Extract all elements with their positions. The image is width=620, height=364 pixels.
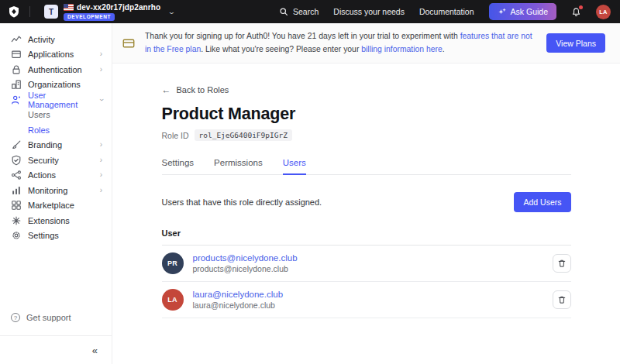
sidebar-item-users[interactable]: Users xyxy=(0,108,112,123)
role-id-label: Role ID xyxy=(162,131,189,140)
sidebar-item-label: Authentication xyxy=(28,65,82,74)
view-plans-button[interactable]: View Plans xyxy=(546,33,605,53)
sidebar-item-security[interactable]: Security › xyxy=(0,153,112,168)
sidebar-item-authentication[interactable]: Authentication › xyxy=(0,62,112,77)
tab-users[interactable]: Users xyxy=(283,158,306,175)
notification-dot xyxy=(579,5,583,9)
sidebar-item-label: Actions xyxy=(28,170,56,180)
authentication-icon xyxy=(11,64,22,75)
tab-permissions[interactable]: Permissions xyxy=(214,158,263,175)
banner-text-1: Thank you for signing up for Auth0! You … xyxy=(145,32,460,40)
tenant-name: dev-xx20r17jdp2anrho xyxy=(77,3,160,12)
us-flag-icon xyxy=(64,4,74,11)
sidebar-footer: « xyxy=(0,335,112,364)
environment-badge: DEVELOPMENT xyxy=(64,13,115,21)
topbar: T dev-xx20r17jdp2anrho DEVELOPMENT ⌄ Sea… xyxy=(0,0,620,23)
sidebar-item-roles[interactable]: Roles xyxy=(0,122,112,138)
app-root: T dev-xx20r17jdp2anrho DEVELOPMENT ⌄ Sea… xyxy=(0,0,620,364)
sidebar-item-settings[interactable]: Settings xyxy=(0,228,112,244)
ask-guide-button[interactable]: Ask Guide xyxy=(489,3,556,20)
topbar-right: Search Discuss your needs Documentation … xyxy=(279,3,611,20)
sidebar-item-label: User Management xyxy=(28,91,94,109)
sidebar-item-marketplace[interactable]: Marketplace xyxy=(0,198,112,214)
role-tabs: Settings Permissions Users xyxy=(162,158,571,175)
topbar-divider xyxy=(29,6,30,17)
role-id-row: Role ID rol_EjeG6400iF9pIGrZ xyxy=(162,129,571,141)
role-id-value: rol_EjeG6400iF9pIGrZ xyxy=(195,129,292,141)
marketplace-icon xyxy=(11,200,22,211)
search-icon xyxy=(279,7,288,16)
sidebar-item-activity[interactable]: Activity xyxy=(0,32,112,47)
banner-text-2: . Like what you're seeing? Please enter … xyxy=(201,45,361,53)
applications-icon xyxy=(11,49,22,60)
tab-settings[interactable]: Settings xyxy=(162,158,195,175)
chevron-down-icon: › xyxy=(97,98,105,101)
security-icon xyxy=(11,155,22,166)
sidebar-item-applications[interactable]: Applications › xyxy=(0,47,112,63)
add-users-button[interactable]: Add Users xyxy=(514,192,570,212)
chevron-right-icon: › xyxy=(100,141,102,149)
tenant-avatar: T xyxy=(44,5,58,19)
remove-user-button[interactable] xyxy=(553,290,571,309)
billing-information-link[interactable]: billing information here xyxy=(361,45,443,53)
get-support-label: Get support xyxy=(26,313,71,322)
user-email-link[interactable]: laura@nicelydone.club xyxy=(193,290,284,299)
notifications-button[interactable] xyxy=(571,7,581,17)
extensions-icon xyxy=(11,215,22,226)
table-header-user: User xyxy=(162,224,571,246)
user-email-sub: products@nicelydone.club xyxy=(193,264,298,273)
get-support-link[interactable]: ? Get support xyxy=(0,310,112,325)
users-description: Users that have this role directly assig… xyxy=(162,197,322,207)
organizations-icon xyxy=(11,79,22,90)
chevron-right-icon: › xyxy=(100,156,102,164)
monitoring-icon xyxy=(11,185,22,196)
user-management-icon xyxy=(11,94,22,105)
trial-banner: Thank you for signing up for Auth0! You … xyxy=(112,23,620,64)
table-row: PR products@nicelydone.club products@nic… xyxy=(162,246,571,282)
tenant-switcher[interactable]: T dev-xx20r17jdp2anrho DEVELOPMENT ⌄ xyxy=(44,3,174,21)
sidebar-item-label: Monitoring xyxy=(28,186,67,195)
auth0-shield-icon[interactable] xyxy=(8,5,20,18)
sidebar: Activity Applications › Authentication ›… xyxy=(0,23,112,364)
sidebar-item-branding[interactable]: Branding › xyxy=(0,138,112,153)
sidebar-item-monitoring[interactable]: Monitoring › xyxy=(0,183,112,198)
sparkle-plus-icon xyxy=(498,8,506,16)
sidebar-item-label: Marketplace xyxy=(28,201,74,210)
user-avatar[interactable]: LA xyxy=(596,5,611,19)
documentation-link[interactable]: Documentation xyxy=(419,7,474,16)
trial-banner-text: Thank you for signing up for Auth0! You … xyxy=(145,30,537,55)
body-row: Activity Applications › Authentication ›… xyxy=(0,23,620,364)
remove-user-button[interactable] xyxy=(553,254,571,273)
search-label: Search xyxy=(293,7,319,16)
chevron-right-icon: › xyxy=(100,66,102,74)
page-title: Product Manager xyxy=(162,105,571,124)
collapse-sidebar-icon[interactable]: « xyxy=(92,345,98,355)
search-button[interactable]: Search xyxy=(279,7,319,16)
user-info: laura@nicelydone.club laura@nicelydone.c… xyxy=(193,290,284,310)
chevron-right-icon: › xyxy=(100,171,102,179)
sidebar-item-label: Applications xyxy=(28,50,74,59)
user-email-sub: laura@nicelydone.club xyxy=(193,300,284,310)
sidebar-item-actions[interactable]: Actions › xyxy=(0,168,112,184)
ask-guide-label: Ask Guide xyxy=(511,7,548,16)
user-email-link[interactable]: products@nicelydone.club xyxy=(193,253,298,263)
topbar-left: T dev-xx20r17jdp2anrho DEVELOPMENT ⌄ xyxy=(8,3,174,21)
tenant-info: dev-xx20r17jdp2anrho DEVELOPMENT xyxy=(64,3,160,21)
sidebar-item-extensions[interactable]: Extensions xyxy=(0,213,112,228)
sidebar-item-label: Organizations xyxy=(28,80,81,89)
back-to-roles-link[interactable]: ← Back to Roles xyxy=(162,85,229,94)
sidebar-item-label: Settings xyxy=(28,231,59,240)
actions-icon xyxy=(11,170,22,180)
sidebar-item-label: Branding xyxy=(28,140,62,149)
settings-icon xyxy=(11,230,22,241)
trash-icon xyxy=(557,259,567,268)
sidebar-item-user-management[interactable]: User Management › xyxy=(0,92,112,108)
chevron-down-icon: ⌄ xyxy=(167,9,176,15)
sidebar-nav: Activity Applications › Authentication ›… xyxy=(0,32,112,243)
discuss-needs-link[interactable]: Discuss your needs xyxy=(333,7,405,16)
banner-text-3: . xyxy=(443,45,445,53)
user-info: products@nicelydone.club products@nicely… xyxy=(193,253,298,273)
table-row: LA laura@nicelydone.club laura@nicelydon… xyxy=(162,282,571,318)
users-table: User PR products@nicelydone.club product… xyxy=(162,224,571,318)
sidebar-item-label: Activity xyxy=(28,35,55,44)
